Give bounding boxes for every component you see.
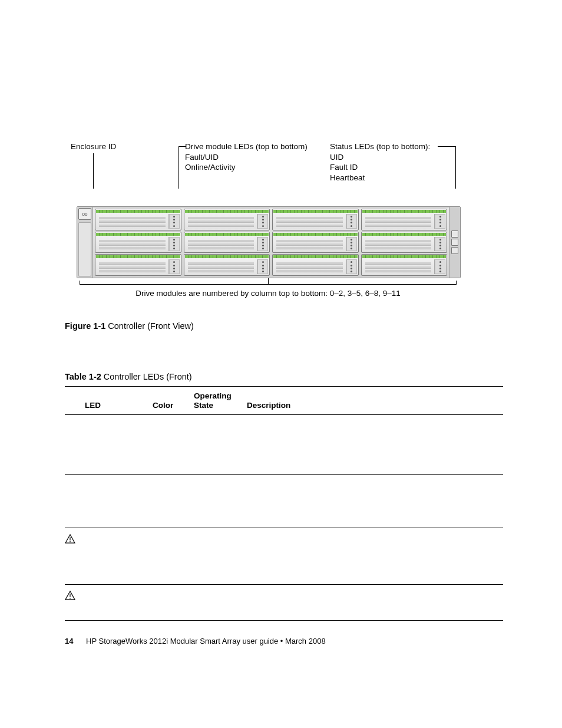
enclosure-left-ear: 00 <box>77 207 93 278</box>
svg-point-3 <box>70 598 71 599</box>
drive-bay <box>272 209 359 230</box>
drive-bay <box>184 209 270 230</box>
front-view-diagram: Enclosure ID Drive module LEDs (top to b… <box>65 141 503 298</box>
drive-bay <box>184 232 270 253</box>
diagram-footnote: Drive modules are numbered by column top… <box>80 289 457 298</box>
drive-bay <box>95 254 181 276</box>
callout-text: Fault ID <box>330 162 430 173</box>
figure-label: Figure 1-1 <box>65 321 105 331</box>
table-header-row: LED Color Operating State Description <box>65 387 503 415</box>
drive-bay <box>272 254 359 276</box>
th-text: Operating <box>194 391 232 400</box>
svg-point-1 <box>70 541 71 542</box>
enclosure-left-panel <box>78 222 91 276</box>
status-led-icon <box>451 247 458 254</box>
table-row <box>65 585 503 621</box>
table-caption: Table 1-2 Controller LEDs (Front) <box>65 372 503 381</box>
warning-icon <box>65 591 75 600</box>
callout-enclosure-id: Enclosure ID <box>71 141 116 152</box>
page-number: 14 <box>65 637 73 645</box>
callout-text: Enclosure ID <box>71 141 116 152</box>
enclosure-graphic: 00 <box>77 206 461 278</box>
table-row <box>65 415 503 475</box>
table-title: Controller LEDs (Front) <box>104 372 192 381</box>
figure-title: Controller (Front View) <box>108 321 194 331</box>
callout-text: Online/Activity <box>185 162 308 173</box>
leader-line <box>178 146 186 147</box>
status-led-icon <box>451 239 458 246</box>
status-led-panel <box>449 207 460 278</box>
controller-leds-table: LED Color Operating State Description <box>65 386 503 621</box>
bay-row <box>95 209 447 230</box>
drive-bay <box>184 254 270 276</box>
drive-bays <box>93 207 449 278</box>
table-row <box>65 528 503 585</box>
callout-text: Fault/UID <box>185 152 308 163</box>
diagram-callouts: Enclosure ID Drive module LEDs (top to b… <box>65 141 503 206</box>
drive-bay <box>95 232 181 253</box>
table-row <box>65 475 503 528</box>
footer-text: HP StorageWorks 2012i Modular Smart Arra… <box>86 637 326 645</box>
bay-row <box>95 232 447 253</box>
th-text: State <box>194 401 213 410</box>
th-color: Color <box>153 387 194 415</box>
leader-line <box>455 146 456 189</box>
page-footer: 14 HP StorageWorks 2012i Modular Smart A… <box>65 637 326 645</box>
document-page: Enclosure ID Drive module LEDs (top to b… <box>0 0 562 728</box>
th-description: Description <box>247 387 503 415</box>
figure-caption: Figure 1-1 Controller (Front View) <box>65 321 503 331</box>
th-led: LED <box>85 387 153 415</box>
drive-bay <box>272 232 359 253</box>
diagram-bottom-bracket <box>80 278 457 286</box>
callout-drive-leds: Drive module LEDs (top to bottom) Fault/… <box>185 141 308 173</box>
drive-bay <box>361 232 448 253</box>
th-operating-state: Operating State <box>194 387 247 415</box>
callout-text: Status LEDs (top to bottom): <box>330 141 430 152</box>
status-led-icon <box>451 230 458 238</box>
enclosure-id-display: 00 <box>78 208 91 220</box>
leader-line <box>178 146 179 189</box>
callout-status-leds: Status LEDs (top to bottom): UID Fault I… <box>330 141 430 183</box>
callout-text: Drive module LEDs (top to bottom) <box>185 141 308 152</box>
callout-text: Heartbeat <box>330 173 430 183</box>
leader-line <box>438 146 455 147</box>
callout-text: UID <box>330 152 430 163</box>
warning-icon <box>65 534 75 543</box>
table-label: Table 1-2 <box>65 372 101 381</box>
bay-row <box>95 254 447 276</box>
drive-bay <box>361 209 448 230</box>
leader-line <box>93 153 94 189</box>
drive-bay <box>95 209 181 230</box>
drive-bay <box>361 254 448 276</box>
